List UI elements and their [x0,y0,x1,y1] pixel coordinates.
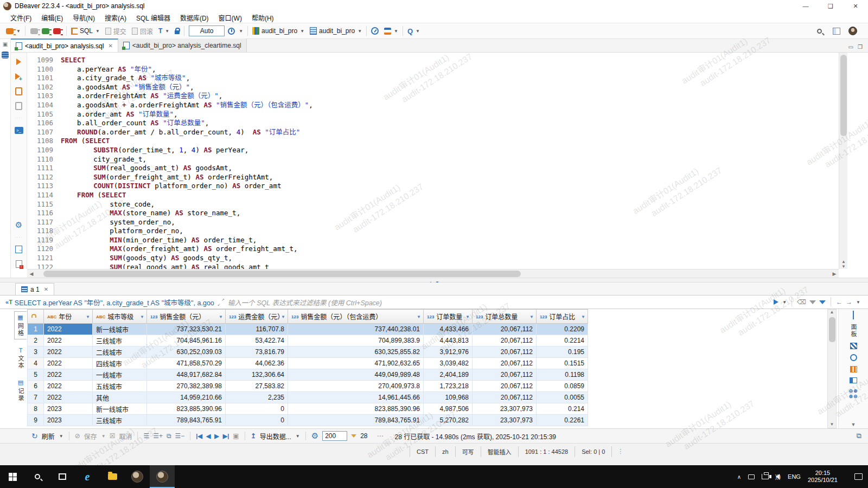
table-cell[interactable]: 471,858,570.29 [147,358,226,369]
table-cell[interactable]: 0.1198 [537,369,588,381]
table-row[interactable]: 42022四线城市471,858,570.2944,062.36471,902,… [28,358,588,369]
sql-editor[interactable]: 1099SELECT1100 a.perYear AS "年份",1101 a.… [27,53,839,269]
table-cell[interactable]: 3,039,482 [424,358,473,369]
scroll-down-arrow[interactable]: ▼ [828,422,836,427]
table-cell[interactable]: 109,968 [424,392,473,403]
table-cell[interactable]: 823,885,390.96 [288,403,424,415]
table-cell[interactable]: 2022 [44,392,93,403]
editor-horizontal-scrollbar[interactable]: ◀ ▶ [27,269,839,278]
commit-button[interactable]: 提交 [103,27,129,36]
table-cell[interactable]: 2022 [44,358,93,369]
menu-item[interactable]: 数据库(D) [175,13,214,22]
table-cell[interactable]: 20,067,112 [473,358,537,369]
table-cell[interactable]: 0.2261 [537,415,588,426]
editor-results-sash[interactable]: ▲▼ [0,278,868,282]
filter-dropdown-icon[interactable]: ▼ [465,314,470,319]
close-icon[interactable]: ✕ [44,286,48,292]
perspective-button[interactable] [832,27,841,36]
table-cell[interactable]: 2022 [44,381,93,392]
table-cell[interactable]: 449,049,989.48 [288,369,424,381]
open-console-button[interactable]: >_ [14,125,24,135]
scroll-right-arrow[interactable]: ▶ [830,271,839,277]
scrollbar-thumb[interactable] [829,317,835,342]
menu-item[interactable]: SQL 编辑器 [131,13,175,22]
table-cell[interactable]: 2,404,189 [424,369,473,381]
table-cell[interactable]: 737,440,238.01 [288,324,424,335]
table-cell[interactable]: 132,306.64 [226,369,288,381]
reconnect-button[interactable] [41,27,50,36]
action-center-icon[interactable] [854,473,863,480]
table-cell[interactable]: 823,885,390.96 [147,403,226,415]
calc-panel-icon[interactable] [850,366,857,373]
file-explorer-button[interactable] [100,465,125,488]
row-number[interactable]: 5 [28,369,44,381]
commit-mode-select[interactable]: Auto [189,25,225,36]
language-indicator[interactable]: ENG [788,473,801,480]
prev-row-button[interactable]: ◀ [206,433,210,440]
editor-tab[interactable]: <audit_bi_pro> analysis.sql✕ [11,38,118,52]
table-cell[interactable]: 789,843,765.91 [147,415,226,426]
table-row[interactable]: 32022二线城市630,252,039.0373,816.79630,325,… [28,346,588,358]
network-button[interactable]: ▼ [381,28,401,35]
table-cell[interactable]: 0.2214 [537,335,588,346]
table-cell[interactable]: 三线城市 [93,415,147,426]
close-icon[interactable]: ✕ [108,43,112,49]
menu-item[interactable]: 导航(N) [68,13,100,22]
internet-explorer-button[interactable]: e [75,465,100,488]
table-row[interactable]: 62022五线城市270,382,389.9827,583.82270,409,… [28,381,588,392]
network-tray-icon[interactable] [762,474,769,479]
table-cell[interactable]: 0.0859 [537,381,588,392]
maximize-button[interactable]: ❑ [818,0,843,12]
row-number[interactable]: 1 [28,324,44,335]
table-cell[interactable]: 116,707.8 [226,324,288,335]
task-view-button[interactable] [50,465,75,488]
table-cell[interactable]: 二线城市 [93,346,147,358]
table-cell[interactable]: 630,325,855.82 [288,346,424,358]
row-number[interactable]: 8 [28,403,44,415]
result-view-tab-3[interactable]: ▤记录 [14,377,27,404]
table-cell[interactable]: 2023 [44,415,93,426]
table-cell[interactable]: 20,067,112 [473,324,537,335]
table-cell[interactable]: 0.195 [537,346,588,358]
table-cell[interactable]: 20,067,112 [473,392,537,403]
table-cell[interactable]: 23,307,973 [473,415,537,426]
scroll-up-arrow[interactable]: ▲ [828,310,836,314]
editor-settings-button[interactable]: ⚙ [14,220,24,230]
table-cell[interactable]: 20,067,112 [473,335,537,346]
table-cell[interactable]: 0.1515 [537,358,588,369]
last-row-button[interactable]: ▶| [223,433,229,440]
dbeaver-taskbar-button[interactable] [150,465,175,488]
close-button[interactable]: ✕ [843,0,868,12]
table-cell[interactable]: 2,235 [226,392,288,403]
dashboard-button[interactable] [368,27,381,35]
edit-row-button[interactable]: ☰ [143,432,149,440]
menu-item[interactable]: 文件(F) [5,13,36,22]
result-grid[interactable]: ABC年份▼ABC城市等级▼123销售金额（元）▼123运费金额（元）▼123销… [27,309,827,428]
menu-item[interactable]: 窗口(W) [214,13,247,22]
export-result-button[interactable] [14,245,24,254]
table-cell[interactable]: 2022 [44,369,93,381]
table-row[interactable]: 52022一线城市448,917,682.84132,306.64449,049… [28,369,588,381]
execute-new-tab-button[interactable]: + [14,72,24,81]
value-viewer-icon[interactable] [850,343,857,349]
table-cell[interactable]: 471,902,632.65 [288,358,424,369]
column-header[interactable]: 123订单数量▼ [424,310,473,324]
scroll-left-arrow[interactable]: ◀ [27,271,36,277]
row-number[interactable]: 9 [28,415,44,426]
column-header[interactable]: 123订单总数量▼ [473,310,537,324]
database-navigator-icon[interactable] [2,52,9,59]
apply-filter-button[interactable] [774,299,778,305]
result-view-tab-2[interactable]: T文本 [14,345,27,371]
filter-dropdown-icon[interactable]: ▼ [281,314,285,319]
tray-expand-icon[interactable]: ∧ [737,474,741,480]
taskbar-clock[interactable]: 20:15 2025/10/21 [808,470,838,484]
table-cell[interactable]: 4,443,813 [424,335,473,346]
table-cell[interactable]: 14,959,210.66 [147,392,226,403]
save-button[interactable]: 保存 [84,432,97,441]
first-row-button[interactable]: |◀ [196,433,202,440]
filter-dropdown-icon[interactable]: ▼ [417,314,421,319]
table-cell[interactable]: 14,961,445.66 [288,392,424,403]
record-mode-icon[interactable] [850,354,857,361]
history-forward-button[interactable]: → [846,298,852,306]
duplicate-row-button[interactable]: ⧉ [167,432,171,440]
